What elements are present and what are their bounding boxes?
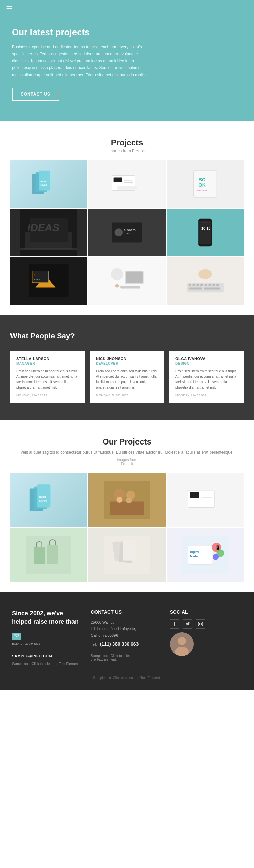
svg-rect-38 xyxy=(126,272,143,283)
svg-text:BUSINESS: BUSINESS xyxy=(124,229,136,231)
footer-avatar xyxy=(170,632,194,656)
hero-section: ☰ Our latest projects Business expertise… xyxy=(0,0,254,121)
our-grid-cell-books[interactable]: Book Lovers xyxy=(10,473,87,527)
svg-text:OK: OK xyxy=(198,183,206,188)
svg-text:📱: 📱 xyxy=(215,545,220,550)
svg-text:BO: BO xyxy=(198,177,206,182)
svg-rect-45 xyxy=(197,284,199,286)
svg-text:Lovers: Lovers xyxy=(39,499,47,502)
svg-point-64 xyxy=(126,497,132,503)
svg-text:IDEAS: IDEAS xyxy=(27,222,60,234)
footer-address: 25000 Walnut,Hill Ln undefined Lafayette… xyxy=(91,619,163,638)
svg-rect-27 xyxy=(199,221,211,245)
projects-section: Projects Images from Freepik Book Lovers xyxy=(0,121,254,315)
contact-us-button[interactable]: CONTACT US xyxy=(12,88,59,101)
grid-cell-phone[interactable]: 10:10 xyxy=(167,209,244,256)
svg-rect-71 xyxy=(34,547,45,564)
email-label: EMAIL ADDRESS xyxy=(12,642,84,645)
footer-col-social: SOCIAL f xyxy=(170,609,242,665)
svg-rect-66 xyxy=(190,492,199,498)
svg-point-92 xyxy=(199,623,202,625)
footer-phone: Tel: (111) 360 336 663 xyxy=(91,641,163,647)
hero-description: Business expertise and dedicated teams t… xyxy=(12,44,147,78)
testimonial-name-2: OLGA IVANOVA xyxy=(175,357,238,361)
svg-point-22 xyxy=(115,228,123,236)
svg-text:Book: Book xyxy=(39,496,46,499)
testimonial-card-1: NICK JHONSON DEVELOPER Proin sed libero … xyxy=(90,351,164,403)
testimonial-role-0: MANAGER xyxy=(16,361,79,365)
svg-rect-43 xyxy=(189,284,191,286)
grid-cell-design-card[interactable]: ◇ DESIGN xyxy=(10,257,87,305)
svg-rect-52 xyxy=(204,288,220,290)
svg-rect-10 xyxy=(117,186,137,190)
svg-rect-29 xyxy=(202,222,209,223)
svg-point-53 xyxy=(198,269,212,279)
svg-rect-72 xyxy=(47,545,58,564)
grid-cell-keyboard[interactable] xyxy=(167,257,244,305)
projects-subtitle: Images from Freepik xyxy=(7,149,247,153)
svg-text:Hardcover: Hardcover xyxy=(197,189,208,192)
footer-col-left: Since 2002, we've helped raise more than… xyxy=(12,609,84,665)
grid-cell-desk-lamp[interactable] xyxy=(88,257,166,305)
svg-rect-80 xyxy=(123,540,136,561)
our-grid-cell-digital[interactable]: Digital Media 📱 xyxy=(167,528,244,582)
svg-text:Digital: Digital xyxy=(190,551,199,554)
testimonial-text-2: Proin sed libero enim sed faucibus turpi… xyxy=(175,369,238,390)
our-projects-section: Our Projects Velit aliquet sagittis id c… xyxy=(0,420,254,592)
email-address: SAMPLE@INFO.COM xyxy=(12,654,52,658)
testimonial-role-2: DESIGN xyxy=(175,361,238,365)
svg-point-93 xyxy=(201,623,202,623)
svg-rect-89 xyxy=(14,634,19,638)
svg-text:DESIGN: DESIGN xyxy=(34,279,40,281)
grid-cell-books-teal[interactable]: Book Lovers xyxy=(10,160,87,208)
twitter-icon[interactable] xyxy=(183,619,192,629)
svg-rect-42 xyxy=(187,283,224,292)
our-grid-cell-paper[interactable] xyxy=(88,528,166,582)
social-title: SOCIAL xyxy=(170,609,242,615)
testimonial-date-0: MONDAY, MAY 2022 xyxy=(16,394,79,397)
testimonial-card-2: OLGA IVANOVA DESIGN Proin sed libero eni… xyxy=(169,351,244,403)
instagram-icon[interactable] xyxy=(196,619,205,629)
our-grid-cell-team[interactable] xyxy=(88,473,166,527)
footer-col-contact: CONTACT US 25000 Walnut,Hill Ln undefine… xyxy=(91,609,163,665)
our-projects-grid: Book Lovers xyxy=(10,473,244,582)
svg-rect-46 xyxy=(200,284,203,286)
svg-rect-39 xyxy=(120,286,140,289)
our-grid-cell-business-card[interactable] xyxy=(167,473,244,527)
footer-sample-text-2: Sample text. Click to selectthe Text Ele… xyxy=(91,654,163,661)
grid-cell-business-card[interactable] xyxy=(88,160,166,208)
testimonials-section: What People Say? STELLA LARSON MANAGER P… xyxy=(0,315,254,420)
testimonial-date-1: MONDAY, JUNE 2022 xyxy=(96,394,158,397)
svg-rect-44 xyxy=(193,284,195,286)
svg-point-40 xyxy=(115,284,119,288)
grid-cell-card-dark[interactable]: BUSINESS CARD xyxy=(88,209,166,256)
svg-text:10:10: 10:10 xyxy=(201,226,211,230)
phone-number: (111) 360 336 663 xyxy=(100,641,139,647)
svg-text:Lovers: Lovers xyxy=(41,184,48,186)
svg-text:Media: Media xyxy=(190,555,199,558)
svg-rect-32 xyxy=(32,271,49,283)
footer-grid: Since 2002, we've helped raise more than… xyxy=(12,609,242,665)
svg-text:Book: Book xyxy=(41,180,46,183)
hero-title: Our latest projects xyxy=(12,27,242,38)
grid-cell-ideas-laptop[interactable]: IDEAS xyxy=(10,209,87,256)
svg-rect-49 xyxy=(213,284,215,286)
testimonial-text-0: Proin sed libero enim sed faucibus turpi… xyxy=(16,369,79,390)
svg-point-36 xyxy=(111,268,123,280)
svg-rect-48 xyxy=(209,284,211,286)
svg-text:CARD: CARD xyxy=(124,232,130,235)
our-grid-cell-bags[interactable] xyxy=(10,528,87,582)
projects-grid: Book Lovers BO xyxy=(10,160,244,305)
projects-title: Projects xyxy=(7,138,247,147)
testimonial-role-1: DEVELOPER xyxy=(96,361,158,365)
testimonial-date-2: MONDAY, MAY 2022 xyxy=(175,394,238,397)
facebook-icon[interactable]: f xyxy=(170,619,179,629)
grid-cell-book-cover[interactable]: BO OK Hardcover xyxy=(167,160,244,208)
hamburger-menu[interactable]: ☰ xyxy=(6,5,12,13)
svg-rect-47 xyxy=(205,284,207,286)
testimonials-grid: STELLA LARSON MANAGER Proin sed libero e… xyxy=(10,351,244,403)
svg-point-63 xyxy=(117,497,123,503)
svg-point-95 xyxy=(178,637,186,645)
testimonial-text-1: Proin sed libero enim sed faucibus turpi… xyxy=(96,369,158,390)
tel-label: Tel: xyxy=(91,642,97,646)
